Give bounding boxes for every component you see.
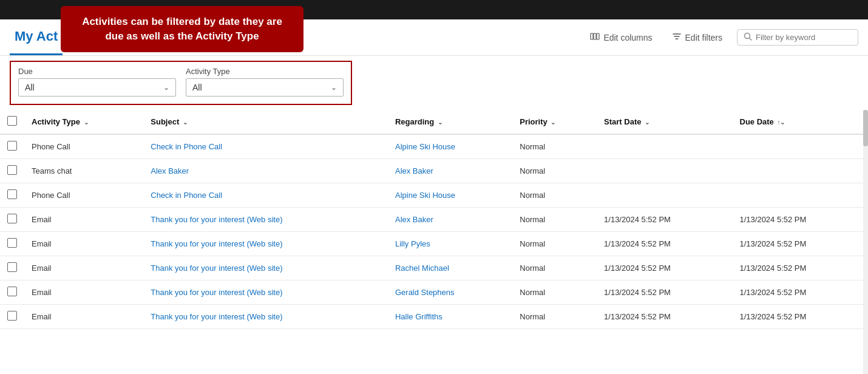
row-checkbox-cell	[0, 280, 24, 305]
subject-link[interactable]: Thank you for your interest (Web site)	[151, 288, 282, 297]
due-filter-value: All	[25, 83, 158, 92]
cell-due-date: 1/13/2024 5:52 PM	[733, 208, 869, 232]
select-all-checkbox[interactable]	[7, 116, 17, 126]
regarding-link[interactable]: Alpine Ski House	[395, 142, 455, 151]
svg-line-4	[750, 38, 752, 41]
svg-rect-0	[591, 33, 593, 39]
regarding-link[interactable]: Alex Baker	[395, 166, 433, 175]
row-checkbox[interactable]	[7, 238, 17, 248]
table-row: EmailThank you for your interest (Web si…	[0, 232, 868, 256]
regarding-link[interactable]: Rachel Michael	[395, 264, 449, 273]
edit-columns-button[interactable]: Edit columns	[585, 29, 657, 46]
regarding-link[interactable]: Gerald Stephens	[395, 288, 455, 297]
table-row: EmailThank you for your interest (Web si…	[0, 256, 868, 280]
subject-link[interactable]: Alex Baker	[151, 166, 189, 175]
cell-priority: Normal	[512, 134, 597, 159]
cell-start-date: 1/13/2024 5:52 PM	[597, 305, 732, 329]
activity-type-filter-value: All	[192, 83, 326, 92]
row-checkbox-cell	[0, 256, 24, 280]
cell-subject: Check in Phone Call	[143, 134, 388, 159]
regarding-link[interactable]: Halle Griffiths	[395, 312, 442, 321]
cell-activity-type: Teams chat	[24, 159, 143, 183]
row-checkbox[interactable]	[7, 287, 17, 296]
my-activities-tab[interactable]: My Act	[10, 19, 63, 55]
subject-link[interactable]: Thank you for your interest (Web site)	[151, 264, 282, 273]
cell-regarding: Lilly Pyles	[388, 232, 512, 256]
col-priority[interactable]: Priority ⌄	[512, 110, 597, 134]
edit-columns-label: Edit columns	[603, 33, 652, 42]
edit-columns-icon	[590, 32, 600, 43]
edit-filters-button[interactable]: Edit filters	[667, 29, 727, 46]
cell-start-date	[597, 134, 732, 159]
header-checkbox-cell	[0, 110, 24, 134]
cell-subject: Thank you for your interest (Web site)	[143, 280, 388, 305]
priority-sort-icon: ⌄	[551, 119, 555, 126]
activity-type-filter-group: Activity Type All ⌄	[186, 67, 344, 97]
start-date-sort-icon: ⌄	[645, 119, 649, 126]
subject-sort-icon: ⌄	[183, 119, 188, 126]
keyword-filter-input[interactable]	[756, 33, 852, 42]
cell-activity-type: Email	[24, 232, 143, 256]
cell-activity-type: Phone Call	[24, 134, 143, 159]
scrollbar-track[interactable]	[863, 110, 868, 374]
subject-link[interactable]: Thank you for your interest (Web site)	[151, 215, 282, 224]
table-body: Phone CallCheck in Phone CallAlpine Ski …	[0, 134, 868, 329]
cell-subject: Thank you for your interest (Web site)	[143, 232, 388, 256]
activity-type-filter-label: Activity Type	[186, 67, 344, 76]
row-checkbox[interactable]	[7, 311, 17, 321]
cell-priority: Normal	[512, 183, 597, 208]
col-activity-type[interactable]: Activity Type ⌄	[24, 110, 143, 134]
regarding-link[interactable]: Alex Baker	[395, 215, 433, 224]
regarding-sort-icon: ⌄	[438, 119, 442, 126]
cell-subject: Thank you for your interest (Web site)	[143, 256, 388, 280]
cell-priority: Normal	[512, 208, 597, 232]
cell-start-date: 1/13/2024 5:52 PM	[597, 256, 732, 280]
cell-subject: Thank you for your interest (Web site)	[143, 305, 388, 329]
table-row: Teams chatAlex BakerAlex BakerNormal	[0, 159, 868, 183]
row-checkbox-cell	[0, 232, 24, 256]
scrollbar-thumb[interactable]	[863, 110, 868, 146]
cell-start-date: 1/13/2024 5:52 PM	[597, 232, 732, 256]
activity-type-filter-select[interactable]: All ⌄	[186, 78, 344, 97]
row-checkbox[interactable]	[7, 189, 17, 199]
due-filter-select[interactable]: All ⌄	[18, 78, 176, 97]
row-checkbox[interactable]	[7, 141, 17, 151]
header-actions: Edit columns Edit filters	[585, 29, 858, 46]
cell-due-date: 1/13/2024 5:52 PM	[733, 256, 869, 280]
table-row: Phone CallCheck in Phone CallAlpine Ski …	[0, 134, 868, 159]
col-due-date-label: Due Date	[740, 117, 774, 126]
table-row: EmailThank you for your interest (Web si…	[0, 280, 868, 305]
subject-link[interactable]: Thank you for your interest (Web site)	[151, 312, 282, 321]
cell-activity-type: Phone Call	[24, 183, 143, 208]
tab-area: My Act	[10, 19, 65, 55]
keyword-filter-wrapper[interactable]	[737, 29, 858, 46]
col-priority-label: Priority	[520, 117, 548, 126]
col-subject[interactable]: Subject ⌄	[143, 110, 388, 134]
row-checkbox[interactable]	[7, 214, 17, 223]
col-regarding[interactable]: Regarding ⌄	[388, 110, 512, 134]
row-checkbox[interactable]	[7, 165, 17, 175]
cell-due-date: 1/13/2024 5:52 PM	[733, 305, 869, 329]
row-checkbox[interactable]	[7, 262, 17, 272]
col-start-date-label: Start Date	[604, 117, 641, 126]
cell-regarding: Halle Griffiths	[388, 305, 512, 329]
col-activity-type-label: Activity Type	[32, 117, 80, 126]
activities-table: Activity Type ⌄ Subject ⌄ Regarding ⌄ Pr…	[0, 110, 868, 329]
subject-link[interactable]: Check in Phone Call	[151, 191, 222, 200]
due-date-sort-icon: ↑⌄	[777, 119, 785, 126]
regarding-link[interactable]: Alpine Ski House	[395, 191, 455, 200]
cell-activity-type: Email	[24, 208, 143, 232]
col-start-date[interactable]: Start Date ⌄	[597, 110, 732, 134]
col-due-date[interactable]: Due Date ↑⌄	[733, 110, 869, 134]
cell-priority: Normal	[512, 159, 597, 183]
activities-table-container: Activity Type ⌄ Subject ⌄ Regarding ⌄ Pr…	[0, 110, 868, 374]
subject-link[interactable]: Thank you for your interest (Web site)	[151, 239, 282, 248]
due-filter-group: Due All ⌄	[18, 67, 176, 97]
cell-regarding: Alex Baker	[388, 159, 512, 183]
cell-regarding: Rachel Michael	[388, 256, 512, 280]
regarding-link[interactable]: Lilly Pyles	[395, 239, 430, 248]
subject-link[interactable]: Check in Phone Call	[151, 142, 222, 151]
cell-start-date	[597, 183, 732, 208]
cell-due-date	[733, 183, 869, 208]
cell-activity-type: Email	[24, 305, 143, 329]
